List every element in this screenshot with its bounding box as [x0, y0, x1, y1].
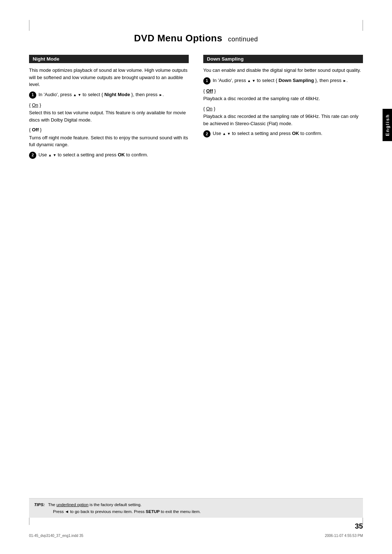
tips-line2-indent: Press ◄ to go back to previous menu item…: [53, 509, 201, 514]
tips-line1: The underlined option is the factory def…: [48, 502, 142, 507]
ds-off-label-text: Off: [206, 88, 213, 94]
on-label-text: On: [32, 102, 38, 108]
off-label: { Off }: [29, 126, 189, 134]
footer-date: 2006-11-07 4:55:53 PM: [325, 534, 363, 538]
english-label: English: [385, 114, 390, 136]
ds-step2-arrows: ▲ ▼: [222, 132, 231, 136]
step1-number: 1: [29, 91, 36, 99]
top-line-right: [363, 20, 363, 31]
night-mode-step2: 2 Use ▲ ▼ to select a setting and press …: [29, 151, 189, 159]
setup-bold: SETUP: [146, 509, 160, 514]
ds-off-label: { Off }: [203, 87, 363, 95]
step1-arrow-right: ►: [159, 93, 163, 97]
ds-on-label-text: On: [206, 106, 212, 111]
underlined-option: underlined option: [56, 502, 88, 507]
step2-number: 2: [29, 152, 36, 159]
ds-step2-ok: OK: [292, 131, 299, 136]
step2-content: Use ▲ ▼ to select a setting and press OK…: [38, 151, 189, 159]
ds-off-text: Playback a disc recorded at the sampling…: [203, 95, 363, 102]
ds-on-block: { On } Playback a disc recorded at the s…: [203, 105, 363, 127]
step1-arrows: ▲ ▼: [73, 93, 81, 97]
night-mode-off-block: { Off } Turns off night mode feature. Se…: [29, 126, 189, 148]
ds-step1-arrows: ▲ ▼: [247, 79, 256, 83]
ds-step1-number: 1: [203, 77, 211, 85]
title-suffix: continued: [228, 36, 258, 43]
page-number: 35: [355, 522, 363, 530]
night-mode-intro: This mode optimizes playback of sound at…: [29, 67, 189, 88]
down-sampling-column: Down Sampling You can enable and disable…: [203, 55, 363, 162]
ds-step2-number: 2: [203, 130, 211, 138]
night-mode-header: Night Mode: [29, 55, 189, 63]
step1-bold: Night Mode: [104, 92, 130, 97]
step2-ok: OK: [118, 152, 125, 157]
down-sampling-step1: 1 In 'Audio', press ▲ ▼ to select { Down…: [203, 77, 363, 85]
night-mode-column: Night Mode This mode optimizes playback …: [29, 55, 189, 162]
ds-off-block: { Off } Playback a disc recorded at the …: [203, 87, 363, 102]
down-sampling-header: Down Sampling: [203, 55, 363, 63]
tips-footer: TIPS: The underlined option is the facto…: [29, 498, 363, 518]
off-text: Turns off night mode feature. Select thi…: [29, 134, 189, 148]
ds-step2-content: Use ▲ ▼ to select a setting and press OK…: [213, 130, 363, 137]
off-label-text: Off: [32, 127, 39, 132]
night-mode-step1: 1 In 'Audio', press ▲ ▼ to select { Nigh…: [29, 91, 189, 99]
ds-step1-bold: Down Sampling: [278, 78, 314, 83]
night-mode-on-block: { On } Select this to set low volume out…: [29, 102, 189, 124]
page-container: English DVD Menu Options continued Night…: [0, 0, 392, 554]
tips-label: TIPS:: [34, 502, 45, 507]
step1-content: In 'Audio', press ▲ ▼ to select { Night …: [38, 91, 189, 98]
page-title: DVD Menu Options continued: [29, 33, 363, 44]
step2-arrows: ▲ ▼: [48, 153, 57, 157]
top-line-left: [29, 20, 29, 31]
on-text: Select this to set low volume output. Th…: [29, 109, 189, 123]
ds-step2: 2 Use ▲ ▼ to select a setting and press …: [203, 130, 363, 138]
ds-step1-arrow-right: ►: [343, 79, 346, 83]
english-tab: English: [383, 109, 392, 141]
title-text: DVD Menu Options: [134, 33, 222, 44]
content-columns: Night Mode This mode optimizes playback …: [29, 55, 363, 162]
down-sampling-intro: You can enable and disable the digital s…: [203, 67, 363, 74]
footer-file: 01-45_dvp3140_37_eng1.indd 35: [29, 534, 83, 538]
ds-on-text: Playback a disc recorded at the sampling…: [203, 113, 363, 127]
ds-step1-content: In 'Audio', press ▲ ▼ to select { Down S…: [213, 77, 363, 84]
ds-on-label: { On }: [203, 105, 363, 112]
on-label: { On }: [29, 102, 189, 109]
